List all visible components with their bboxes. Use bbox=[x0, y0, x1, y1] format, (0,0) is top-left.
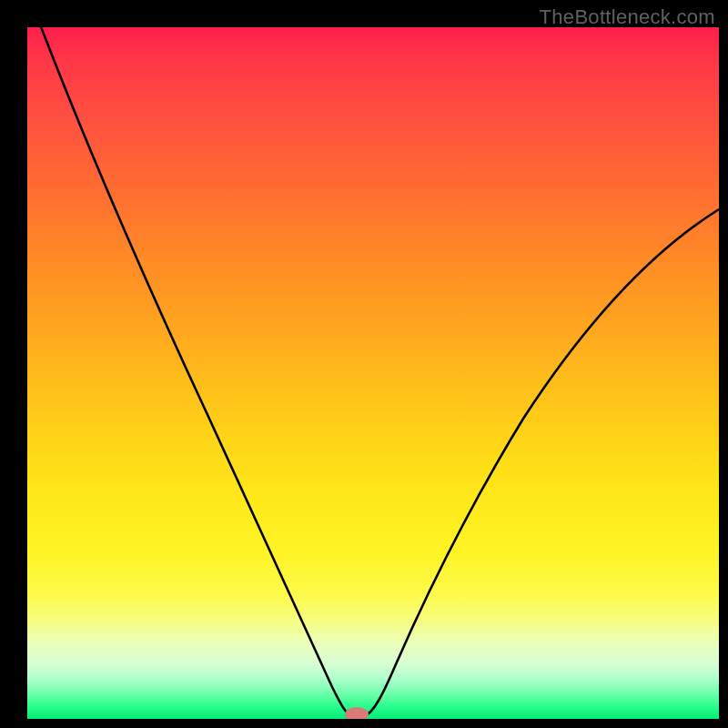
bottleneck-curve bbox=[27, 27, 719, 716]
plot-area bbox=[27, 27, 719, 719]
watermark-text: TheBottleneck.com bbox=[540, 5, 715, 29]
optimal-point-marker bbox=[345, 707, 369, 719]
chart-svg bbox=[27, 27, 719, 719]
